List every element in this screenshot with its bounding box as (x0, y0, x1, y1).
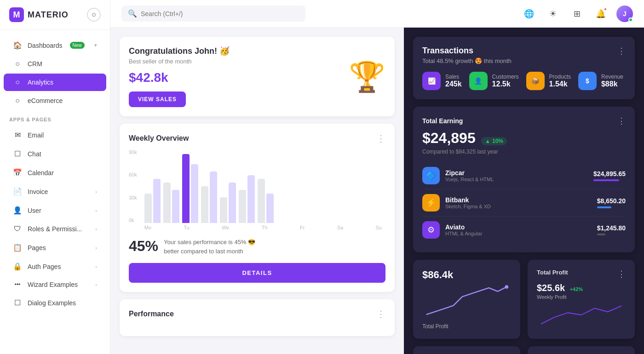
performance-title: Performance (129, 310, 174, 318)
bar-group-mo (144, 179, 161, 223)
weekly-profit-values: $25.6k +42% (537, 283, 626, 293)
sidebar-item-wizard[interactable]: ••• Wizard Examples › (4, 276, 106, 293)
sidebar-item-pages[interactable]: 📋 Pages › (4, 239, 106, 257)
sidebar-item-roles[interactable]: 🛡 Roles & Permissi... › (4, 220, 106, 238)
lock-icon: 🔒 (13, 262, 22, 271)
y-label-60k: 60k (129, 172, 137, 177)
performance-card: Performance ⋮ (120, 299, 395, 336)
chevron-right-icon-6: › (95, 282, 97, 287)
search-input[interactable] (141, 10, 299, 17)
trophy-icon: 🏆 (349, 59, 385, 94)
products-icon: 📦 (526, 72, 545, 90)
bar-sa-2 (247, 175, 255, 223)
wizard-icon: ••• (13, 281, 22, 288)
stat-revenue: $ Revenue $88k (578, 72, 623, 90)
apps-icon[interactable]: ⊞ (569, 6, 585, 22)
sidebar-item-wizard-label: Wizard Examples (28, 281, 78, 288)
content-area: Congratulations John! 🥳 Best seller of t… (110, 28, 644, 354)
content-left: Congratulations John! 🥳 Best seller of t… (110, 28, 404, 354)
sidebar-item-ecommerce[interactable]: ○ eCommerce (4, 92, 106, 109)
details-button[interactable]: DETAILS (129, 263, 385, 283)
sidebar-item-crm[interactable]: ○ CRM (4, 55, 106, 73)
sidebar-item-dialog[interactable]: ☐ Dialog Examples (4, 294, 106, 312)
sidebar-item-crm-label: CRM (28, 60, 42, 68)
weekly-profit-card: Total Profit ⋮ $25.6k +42% Weekly Profit (528, 260, 635, 339)
weekly-overview-header: Weekly Overview ⋮ (129, 133, 385, 144)
weekly-profit-growth: +42% (570, 286, 583, 292)
y-label-90k: 90k (129, 149, 137, 155)
zipcar-bar (593, 179, 619, 181)
zipcar-name: Zipcar (445, 169, 494, 177)
transactions-header: Transactions Total 48.5% growth 😍 this m… (422, 46, 626, 64)
logo-icon: M (9, 7, 24, 22)
performance-more-icon[interactable]: ⋮ (376, 308, 385, 320)
products-value: 1.54k (549, 80, 571, 88)
transactions-title: Transactions (422, 46, 512, 56)
stat-products-info: Products 1.54k (549, 74, 571, 88)
customers-value: 12.5k (492, 80, 519, 88)
avatar-initials: J (623, 10, 627, 17)
zipcar-value: $24,895.65 (593, 170, 626, 177)
sidebar-main-nav: 🏠 Dashboards New ▾ ○ CRM ○ Analytics ○ e… (0, 30, 110, 318)
view-sales-button[interactable]: VIEW SALES (129, 91, 186, 107)
bitbank-icon: ⚡ (422, 194, 440, 211)
bitbank-name: Bitbank (445, 196, 491, 204)
sidebar-item-chat[interactable]: ☐ Chat (4, 145, 106, 163)
sidebar-item-dashboards[interactable]: 🏠 Dashboards New ▾ (4, 36, 106, 54)
weekly-overview-card: Weekly Overview ⋮ 0k 30k 60k 90k (120, 124, 395, 292)
bar-sa-1 (239, 190, 246, 223)
stat-sales-info: Sales 245k (445, 74, 462, 88)
sidebar-item-auth[interactable]: 🔒 Auth Pages › (4, 257, 106, 275)
new-badge: New (70, 42, 85, 49)
aviato-name: Aviato (445, 223, 482, 231)
notification-icon[interactable]: 🔔 (592, 6, 609, 22)
sidebar-item-analytics[interactable]: ○ Analytics (4, 74, 106, 91)
transaction-bitbank: ⚡ Bitbank Sketch, Figma & XD $8,650.20 (422, 189, 626, 217)
notification-dot (604, 7, 607, 11)
sidebar-item-email[interactable]: ✉ Email (4, 126, 106, 144)
aviato-amount: $1,245.80 (597, 224, 626, 235)
sidebar-item-roles-label: Roles & Permissi... (28, 225, 82, 233)
theme-icon[interactable]: ☀ (545, 6, 561, 22)
earning-compare: Compared to $84,325 last year (422, 148, 626, 155)
weekly-more-icon[interactable]: ⋮ (376, 133, 385, 144)
pages-icon: 📋 (13, 243, 22, 252)
label-sa: Sa (337, 225, 343, 230)
total-profit-label: Total Profit (422, 323, 511, 330)
label-we: We (222, 225, 229, 230)
bar-group-we (182, 154, 198, 223)
products-label: Products (549, 74, 571, 80)
transactions-card: Transactions Total 48.5% growth 😍 this m… (413, 37, 635, 99)
home-icon: 🏠 (13, 41, 22, 50)
weekly-footer: 45% Your sales performance is 45% 😎bette… (129, 238, 385, 256)
invoice-icon: 📄 (13, 187, 22, 196)
sales-icon: 📈 (422, 72, 441, 90)
bar-group-tu (163, 183, 179, 223)
weekly-profit-more-icon[interactable]: ⋮ (617, 269, 626, 279)
transactions-more-icon[interactable]: ⋮ (617, 46, 626, 56)
chevron-right-icon: › (95, 189, 97, 194)
avatar[interactable]: J (616, 6, 633, 22)
record-icon[interactable]: ⊙ (87, 8, 101, 22)
earning-more-icon[interactable]: ⋮ (617, 116, 626, 126)
sales-label: Sales (445, 74, 462, 80)
stat-customers: 👤 Customers 12.5k (469, 72, 519, 90)
sidebar-item-invoice[interactable]: 📄 Invoice › (4, 183, 106, 200)
earning-amount-row: $24,895 ▲ 10% (422, 130, 626, 147)
sidebar-item-user[interactable]: 👤 User › (4, 201, 106, 219)
earning-growth-badge: ▲ 10% (481, 137, 507, 145)
sales-value: 245k (445, 80, 462, 88)
bar-we-1 (182, 154, 190, 223)
label-tu: Tu (184, 225, 189, 230)
performance-header: Performance ⋮ (129, 308, 385, 320)
calendar-icon: 📅 (13, 168, 22, 177)
revenue-label: Revenue (601, 74, 623, 80)
search-box[interactable]: 🔍 (121, 6, 305, 22)
sidebar-item-invoice-label: Invoice (28, 188, 48, 195)
chevron-right-icon-5: › (95, 264, 97, 269)
bar-mo-1 (144, 194, 152, 223)
sidebar-item-calendar[interactable]: 📅 Calendar (4, 164, 106, 182)
translate-icon[interactable]: 🌐 (521, 6, 537, 22)
customers-label: Customers (492, 74, 519, 80)
chevron-down-icon: ▾ (94, 42, 97, 48)
